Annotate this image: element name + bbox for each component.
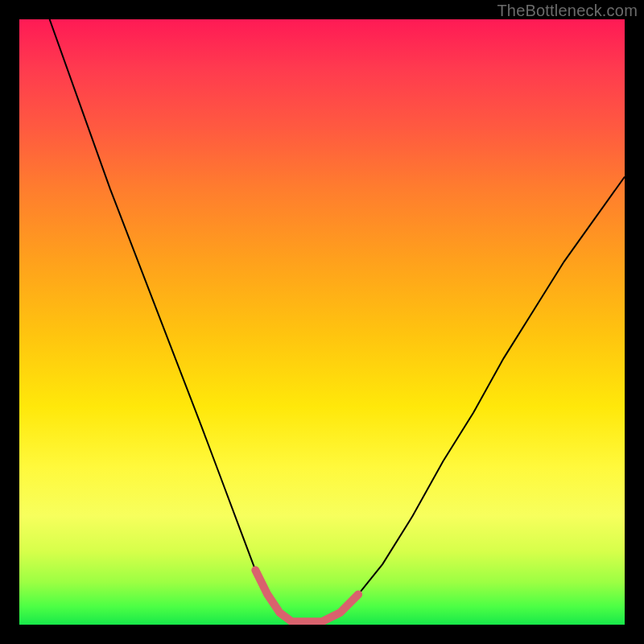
plot-area [19, 19, 625, 625]
chart-stage: TheBottleneck.com [0, 0, 644, 644]
optimal-highlight [255, 570, 358, 621]
watermark-text: TheBottleneck.com [497, 2, 638, 20]
chart-svg [19, 19, 625, 625]
bottleneck-curve [50, 19, 625, 621]
series-group [50, 19, 625, 621]
